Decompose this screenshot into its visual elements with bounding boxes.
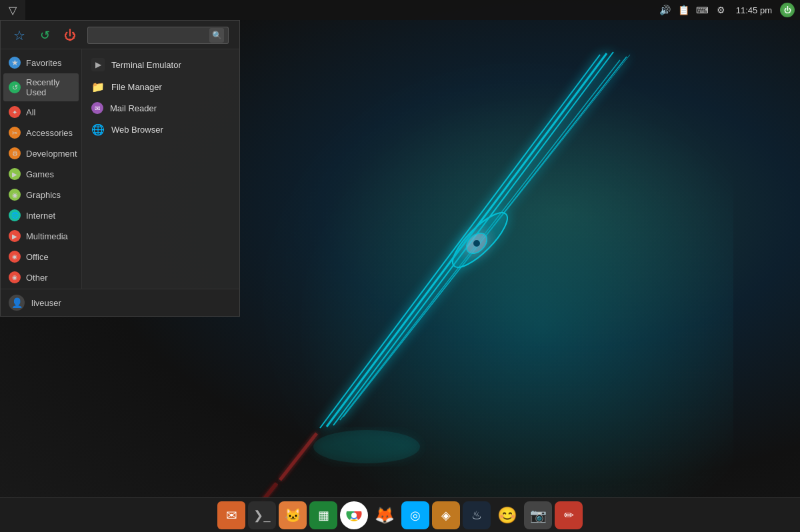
keyboard-icon[interactable]: ⌨ (696, 3, 709, 17)
emoji-taskbar-icon[interactable]: 😊 (493, 501, 521, 529)
menu-triangle-icon: ▽ (9, 4, 17, 17)
sidebar-item-games[interactable]: ▶ Games (3, 164, 79, 184)
all-icon: ✦ (9, 106, 21, 118)
app-menu: ☆ ↺ ⏻ 🔍 ★ Favorites ↺ Recently Used ✦ Al… (0, 20, 240, 317)
app-web-browser[interactable]: 🌐 Web Browser (85, 119, 237, 140)
package-taskbar-icon[interactable]: ◈ (432, 501, 460, 529)
taskbar: ✉ ❯_ 🐱 ▦ 🦊 ◎ ◈ ♨ 😊 📷 ✏ (0, 497, 800, 532)
mailreader-icon: ✉ (91, 102, 103, 114)
category-list: ★ Favorites ↺ Recently Used ✦ All ✂ Acce… (1, 49, 82, 289)
blender-taskbar-icon[interactable]: ◎ (401, 501, 429, 529)
accessories-label: Accessories (26, 128, 73, 138)
other-label: Other (26, 273, 48, 283)
office-label: Office (26, 252, 49, 262)
graphics-label: Graphics (26, 190, 61, 200)
search-button[interactable]: 🔍 (209, 28, 224, 43)
other-icon: ◉ (9, 271, 21, 283)
settings-gear-icon[interactable]: ⚙ (715, 3, 728, 17)
svg-line-2 (320, 55, 600, 428)
clipboard-icon[interactable]: 📋 (677, 3, 691, 17)
menu-top-icons: ☆ ↺ ⏻ 🔍 (1, 21, 239, 49)
graphics-icon: ◉ (9, 189, 21, 201)
svg-line-9 (280, 433, 317, 480)
app-mail-reader[interactable]: ✉ Mail Reader (85, 98, 237, 118)
webbrowser-icon: 🌐 (91, 123, 105, 136)
multimedia-label: Multimedia (26, 231, 68, 241)
volume-icon[interactable]: 🔊 (659, 3, 672, 17)
terminal-label: Terminal Emulator (111, 60, 181, 70)
games-icon: ▶ (9, 168, 21, 180)
terminal-taskbar-icon[interactable]: ❯_ (248, 501, 276, 529)
sidebar-item-multimedia[interactable]: ▶ Multimedia (3, 226, 79, 246)
recently-used-icon: ↺ (9, 81, 21, 93)
office-icon: ◉ (9, 251, 21, 263)
favorites-icon: ★ (9, 57, 21, 69)
sidebar-item-graphics[interactable]: ◉ Graphics (3, 185, 79, 205)
draw-taskbar-icon[interactable]: ✏ (555, 501, 583, 529)
development-label: Development (26, 149, 77, 159)
firefox-taskbar-icon[interactable]: 🦊 (371, 501, 399, 529)
sword-image (220, 40, 727, 507)
panel-right: 🔊 📋 ⌨ ⚙ 11:45 pm ⏻ (659, 3, 800, 17)
internet-label: Internet (26, 211, 55, 221)
internet-icon: 🌐 (9, 209, 21, 221)
filemanager-icon: 📁 (91, 80, 105, 93)
sidebar-item-office[interactable]: ◉ Office (3, 247, 79, 267)
recently-used-label: Recently Used (26, 77, 73, 97)
app-file-manager[interactable]: 📁 File Manager (85, 76, 237, 97)
menu-body: ★ Favorites ↺ Recently Used ✦ All ✂ Acce… (1, 49, 239, 289)
favorites-shortcut-icon[interactable]: ☆ (7, 26, 31, 45)
favorites-label: Favorites (26, 58, 61, 68)
menu-footer: 👤 liveuser (1, 289, 239, 316)
camera-taskbar-icon[interactable]: 📷 (524, 501, 552, 529)
steam-taskbar-icon[interactable]: ♨ (463, 501, 491, 529)
power-button[interactable]: ⏻ (780, 3, 795, 17)
sidebar-item-accessories[interactable]: ✂ Accessories (3, 123, 79, 143)
sidebar-item-other[interactable]: ◉ Other (3, 267, 79, 287)
search-input[interactable] (92, 31, 209, 41)
sidebar-item-favorites[interactable]: ★ Favorites (3, 53, 79, 73)
terminal-icon: ▶ (91, 58, 105, 71)
app-list: ▶ Terminal Emulator 📁 File Manager ✉ Mai… (82, 49, 239, 289)
search-bar: 🔍 (87, 27, 229, 44)
multimedia-icon: ▶ (9, 230, 21, 242)
sidebar-item-development[interactable]: ⚙ Development (3, 143, 79, 163)
monitor-taskbar-icon[interactable]: ▦ (309, 501, 337, 529)
app-terminal-emulator[interactable]: ▶ Terminal Emulator (85, 54, 237, 75)
chrome-svg-icon (345, 507, 363, 524)
menu-button[interactable]: ▽ (0, 0, 25, 20)
filemanager-label: File Manager (111, 82, 162, 92)
development-icon: ⚙ (9, 147, 21, 159)
svg-point-13 (351, 513, 357, 518)
accessories-icon: ✂ (9, 127, 21, 139)
mailreader-label: Mail Reader (110, 103, 157, 113)
webbrowser-label: Web Browser (111, 125, 163, 135)
sidebar-item-recently-used[interactable]: ↺ Recently Used (3, 73, 79, 101)
svg-point-11 (313, 430, 420, 463)
username-label: liveuser (31, 298, 61, 308)
user-avatar: 👤 (9, 295, 25, 311)
clock: 11:45 pm (736, 5, 772, 15)
mail-taskbar-icon[interactable]: ✉ (217, 501, 245, 529)
recently-shortcut-icon[interactable]: ↺ (33, 26, 57, 45)
power-shortcut-icon[interactable]: ⏻ (58, 26, 82, 45)
sidebar-item-all[interactable]: ✦ All (3, 102, 79, 122)
games-label: Games (26, 169, 54, 179)
files-taskbar-icon[interactable]: 🐱 (279, 501, 307, 529)
top-panel: ▽ 🔊 📋 ⌨ ⚙ 11:45 pm ⏻ (0, 0, 800, 20)
all-label: All (26, 107, 35, 117)
chrome-taskbar-icon[interactable] (340, 501, 368, 529)
sidebar-item-internet[interactable]: 🌐 Internet (3, 205, 79, 225)
